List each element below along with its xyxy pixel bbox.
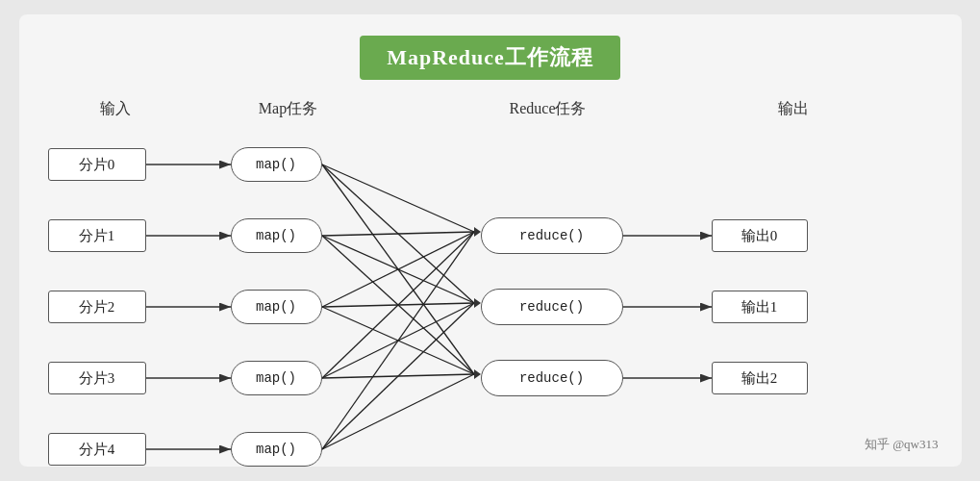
- svg-line-7: [322, 165, 474, 303]
- map-0: map(): [231, 147, 322, 182]
- svg-line-18: [322, 232, 474, 449]
- watermark: 知乎 @qw313: [865, 436, 939, 453]
- flow-area: 输入 Map任务 Reduce任务 输出: [19, 89, 962, 467]
- svg-line-6: [322, 165, 474, 232]
- input-0: 分片0: [48, 148, 146, 181]
- svg-line-10: [322, 236, 474, 303]
- col-header-output: 输出: [750, 99, 837, 119]
- map-2: map(): [231, 290, 322, 324]
- svg-line-14: [322, 307, 474, 374]
- svg-marker-23: [474, 369, 481, 379]
- svg-line-20: [322, 374, 474, 449]
- svg-line-15: [322, 232, 474, 378]
- svg-line-11: [322, 236, 474, 374]
- reduce-2: reduce(): [481, 360, 623, 396]
- reduce-1: reduce(): [481, 289, 623, 325]
- input-1: 分片1: [48, 219, 146, 252]
- input-4: 分片4: [48, 433, 146, 466]
- svg-line-16: [322, 303, 474, 378]
- output-0: 输出0: [712, 219, 808, 252]
- map-3: map(): [231, 361, 322, 395]
- svg-line-9: [322, 232, 474, 236]
- input-3: 分片3: [48, 362, 146, 394]
- col-header-reduce: Reduce任务: [490, 99, 606, 119]
- svg-marker-21: [474, 227, 481, 237]
- output-2: 输出2: [712, 362, 808, 394]
- input-2: 分片2: [48, 291, 146, 323]
- col-header-input: 输入: [72, 99, 159, 119]
- col-header-map: Map任务: [240, 99, 337, 119]
- svg-line-17: [322, 374, 474, 378]
- reduce-0: reduce(): [481, 217, 623, 254]
- arrows-svg: [19, 89, 962, 467]
- svg-line-12: [322, 232, 474, 307]
- svg-marker-22: [474, 298, 481, 308]
- diagram-container: MapReduce工作流程 输入 Map任务 Reduce任务 输出: [19, 14, 962, 467]
- map-1: map(): [231, 218, 322, 253]
- svg-line-8: [322, 165, 474, 374]
- output-1: 输出1: [712, 291, 808, 323]
- title: MapReduce工作流程: [360, 36, 620, 80]
- svg-line-13: [322, 303, 474, 307]
- map-4: map(): [231, 432, 322, 467]
- svg-line-19: [322, 303, 474, 449]
